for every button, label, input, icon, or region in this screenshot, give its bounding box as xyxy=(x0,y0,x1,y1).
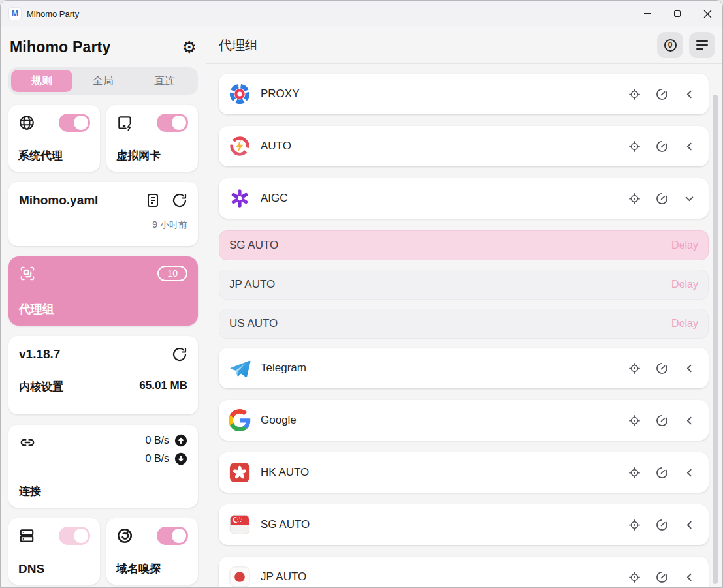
speedtest-icon[interactable] xyxy=(655,570,669,584)
upload-speed: 0 B/s xyxy=(146,435,169,446)
chevron-left-icon[interactable] xyxy=(683,414,696,427)
speedtest-icon[interactable] xyxy=(655,362,669,375)
group-row-hk-auto[interactable]: HK AUTO xyxy=(219,452,709,493)
speedtest-icon[interactable] xyxy=(655,192,669,206)
jp-flag-icon xyxy=(229,566,251,587)
proxy-groups-label: 代理组 xyxy=(19,302,187,317)
group-row-auto[interactable]: AUTO xyxy=(219,126,709,166)
sidebar-item-proxy-groups[interactable]: 10 代理组 xyxy=(8,256,198,326)
dns-label: DNS xyxy=(18,562,90,576)
locate-node-icon[interactable] xyxy=(628,362,641,375)
hk-flag-icon xyxy=(229,461,251,484)
minimize-button[interactable] xyxy=(632,1,662,27)
locate-node-icon[interactable] xyxy=(628,414,641,427)
google-logo-icon xyxy=(229,409,251,431)
delay-label: Delay xyxy=(671,318,698,330)
dns-toggle[interactable] xyxy=(59,527,90,545)
sniff-toggle[interactable] xyxy=(157,527,188,545)
scrollbar xyxy=(713,95,718,584)
locate-node-icon[interactable] xyxy=(628,87,641,101)
chevron-left-icon[interactable] xyxy=(683,518,696,532)
tab-rule-mode[interactable]: 规则 xyxy=(11,70,72,92)
sniff-label: 域名嗅探 xyxy=(116,561,188,576)
proxy-item-sg-auto[interactable]: SG AUTO Delay xyxy=(219,230,709,260)
delay-label: Delay xyxy=(671,240,698,251)
group-name: AUTO xyxy=(261,140,291,153)
group-row-telegram[interactable]: Telegram xyxy=(219,348,709,388)
list-lines-icon xyxy=(696,40,708,50)
app-logo-icon: M xyxy=(8,7,22,20)
locate-node-icon[interactable] xyxy=(628,192,641,206)
scrollbar-thumb[interactable] xyxy=(713,95,718,584)
core-settings-label: 内核设置 xyxy=(19,379,63,394)
app-window: M Mihomo Party Mihomo Party ⚙ 规则 全局 直连 xyxy=(0,0,723,588)
group-name: PROXY xyxy=(261,87,300,101)
connections-label: 连接 xyxy=(19,484,187,499)
speedtest-icon[interactable] xyxy=(655,466,669,480)
chevron-left-icon[interactable] xyxy=(683,362,696,375)
proxy-groups-page: 代理组 0 PROXY xyxy=(206,27,722,587)
chevron-left-icon[interactable] xyxy=(683,570,696,584)
system-proxy-toggle[interactable] xyxy=(59,114,90,132)
profile-name: Mihomo.yaml xyxy=(19,193,98,208)
speedtest-icon[interactable] xyxy=(655,87,669,101)
core-settings-card[interactable]: v1.18.7 内核设置 65.01 MB xyxy=(8,336,198,414)
group-row-proxy[interactable]: PROXY xyxy=(219,74,709,114)
sort-default-button[interactable]: 0 xyxy=(657,32,683,58)
sniff-card[interactable]: 域名嗅探 xyxy=(106,518,198,585)
maximize-button[interactable] xyxy=(662,1,692,27)
profile-card[interactable]: Mihomo.yaml 9 小时前 xyxy=(8,182,198,246)
tab-global-mode[interactable]: 全局 xyxy=(72,70,134,92)
auto-logo-icon xyxy=(229,135,251,157)
profile-edit-icon[interactable] xyxy=(145,193,161,208)
sniffer-icon xyxy=(116,527,133,544)
core-restart-icon[interactable] xyxy=(172,347,187,362)
core-memory-usage: 65.01 MB xyxy=(139,379,187,394)
proxy-item-name: JP AUTO xyxy=(229,278,275,291)
proxy-item-us-auto[interactable]: US AUTO Delay xyxy=(219,309,709,339)
maximize-icon xyxy=(674,10,681,17)
speedtest-icon[interactable] xyxy=(655,518,669,532)
globe-icon xyxy=(18,114,35,131)
window-title: Mihomo Party xyxy=(27,9,79,19)
tun-toggle[interactable] xyxy=(157,114,188,132)
settings-gear-icon[interactable]: ⚙ xyxy=(182,39,197,55)
locate-node-icon[interactable] xyxy=(628,570,641,584)
group-name: AIGC xyxy=(261,192,288,205)
system-proxy-label: 系统代理 xyxy=(18,148,90,163)
speedtest-icon[interactable] xyxy=(655,414,669,427)
sidebar: Mihomo Party ⚙ 规则 全局 直连 系统代理 xyxy=(1,27,206,587)
chevron-down-icon[interactable] xyxy=(683,192,696,206)
app-logo-letter: M xyxy=(12,9,18,18)
proxy-item-jp-auto[interactable]: JP AUTO Delay xyxy=(219,270,709,300)
speedtest-icon[interactable] xyxy=(655,140,669,153)
group-row-aigc[interactable]: AIGC xyxy=(219,178,709,219)
group-row-sg-auto[interactable]: SG AUTO xyxy=(219,504,709,545)
locate-node-icon[interactable] xyxy=(628,466,641,480)
dns-server-icon xyxy=(18,527,35,544)
locate-node-icon[interactable] xyxy=(628,140,641,153)
profile-refresh-icon[interactable] xyxy=(172,193,187,208)
chevron-left-icon[interactable] xyxy=(683,466,696,480)
proxy-item-name: SG AUTO xyxy=(229,239,278,252)
download-arrow-icon xyxy=(174,452,187,465)
locate-node-icon[interactable] xyxy=(628,518,641,532)
download-speed: 0 B/s xyxy=(146,453,169,465)
upload-arrow-icon xyxy=(174,434,187,447)
system-proxy-card[interactable]: 系统代理 xyxy=(8,105,100,172)
connections-card[interactable]: 0 B/s 0 B/s 连接 xyxy=(8,425,198,508)
group-row-google[interactable]: Google xyxy=(219,400,709,441)
chevron-left-icon[interactable] xyxy=(683,87,696,101)
page-header: 代理组 0 xyxy=(206,27,722,64)
openai-logo-icon xyxy=(229,187,251,209)
list-layout-button[interactable] xyxy=(689,32,715,58)
group-name: Telegram xyxy=(261,362,306,375)
tab-direct-mode[interactable]: 直连 xyxy=(134,70,195,92)
group-name: JP AUTO xyxy=(261,570,306,583)
tun-card[interactable]: 虚拟网卡 xyxy=(106,105,198,172)
chevron-left-icon[interactable] xyxy=(683,140,696,153)
delay-label: Delay xyxy=(671,279,698,290)
group-row-jp-auto[interactable]: JP AUTO xyxy=(219,557,709,587)
dns-card[interactable]: DNS xyxy=(8,518,100,585)
close-button[interactable] xyxy=(692,1,722,27)
